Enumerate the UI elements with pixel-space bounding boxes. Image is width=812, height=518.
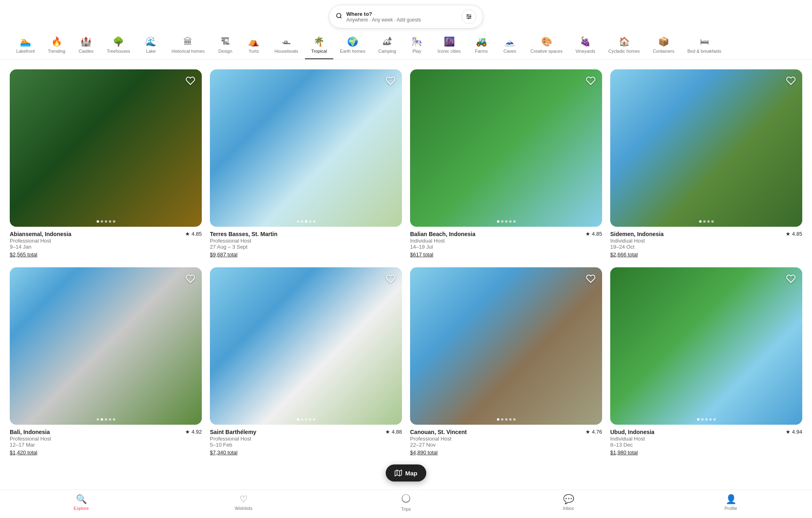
category-item-houseboats[interactable]: 🛥 Houseboats [268, 33, 305, 59]
bottom-nav-item-inbox[interactable]: 💬 Inbox [556, 494, 581, 496]
category-label-yurts: Yurts [248, 49, 259, 54]
dot-0 [697, 418, 700, 421]
category-item-trending[interactable]: 🔥 Trending [41, 33, 72, 59]
category-item-treehouses[interactable]: 🌳 Treehouses [100, 33, 137, 59]
category-item-earth[interactable]: 🌍 Earth homes [333, 33, 371, 59]
listing-card-5[interactable]: Bali, Indonesia ★ 4.92 Professional Host… [10, 267, 202, 456]
listing-dates: 27 Aug – 3 Sept [210, 244, 402, 250]
category-label-caves: Caves [503, 49, 516, 54]
listing-price: $2,565 total [10, 251, 202, 258]
category-item-bnb[interactable]: 🛏 Bed & breakfasts [681, 33, 728, 59]
dot-indicators [497, 220, 516, 223]
dot-2 [105, 418, 107, 421]
listing-card-2[interactable]: Terres Basses, St. Martin Professional H… [210, 69, 402, 258]
category-label-cycladic: Cycladic homes [608, 49, 640, 54]
dot-0 [97, 418, 99, 421]
listing-rating: ★ 4.85 [786, 231, 802, 237]
category-item-castles[interactable]: 🏰 Castles [72, 33, 100, 59]
listing-image-wrap [10, 267, 202, 425]
dot-indicators [699, 220, 714, 223]
svg-line-1 [340, 17, 341, 18]
listing-host: Professional Host [10, 436, 202, 442]
listing-info: Canouan, St. Vincent ★ 4.76 Professional… [410, 425, 602, 456]
category-item-play[interactable]: 🎠 Play [403, 33, 431, 59]
category-label-historical: Historical homes [172, 49, 205, 54]
category-nav: 🏊 Lakefront 🔥 Trending 🏰 Castles 🌳 Treeh… [0, 33, 812, 59]
dot-indicators [97, 220, 115, 223]
category-icon-containers: 📦 [658, 37, 669, 47]
category-item-farms[interactable]: 🚜 Farms [467, 33, 496, 59]
listing-price: $9,687 total [210, 251, 402, 258]
listing-host: Professional Host [210, 436, 402, 442]
listing-price: $2,666 total [610, 251, 802, 258]
category-item-camping[interactable]: 🏕 Camping [372, 33, 403, 59]
category-item-containers[interactable]: 📦 Containers [646, 33, 681, 59]
wishlist-button[interactable] [384, 74, 397, 87]
dot-2 [505, 220, 508, 223]
category-label-vineyards: Vineyards [575, 49, 595, 54]
category-item-yurts[interactable]: ⛺ Yurts [240, 33, 268, 59]
listing-info: Bali, Indonesia ★ 4.92 Professional Host… [10, 425, 202, 456]
listing-dates: 8–13 Dec [610, 442, 802, 448]
dot-1 [501, 220, 503, 223]
listing-image [210, 69, 402, 227]
listing-image [10, 267, 202, 425]
wishlist-button[interactable] [784, 74, 797, 87]
wishlist-button[interactable] [584, 74, 597, 87]
category-item-vineyards[interactable]: 🍇 Vineyards [569, 33, 602, 59]
bottom-nav-item-wishlists[interactable]: ♡ Wishlists [231, 494, 256, 496]
listing-card-7[interactable]: Canouan, St. Vincent ★ 4.76 Professional… [410, 267, 602, 456]
dot-3 [709, 418, 712, 421]
bottom-nav-icon-explore: 🔍 [76, 494, 87, 496]
listing-info: Terres Basses, St. Martin Professional H… [210, 227, 402, 258]
listing-card-8[interactable]: Ubud, Indonesia ★ 4.94 Individual Host 8… [610, 267, 802, 456]
svg-point-6 [470, 16, 471, 17]
bottom-nav-item-profile[interactable]: 👤 Profile [719, 494, 743, 496]
listing-rating: ★ 4.85 [185, 231, 202, 237]
listing-location: Abiansemal, Indonesia [10, 231, 71, 237]
dot-indicators [697, 418, 716, 421]
category-item-historical[interactable]: 🏛 Historical homes [165, 33, 211, 59]
listing-price: $1,420 total [10, 449, 202, 456]
wishlist-button[interactable] [184, 74, 197, 87]
category-item-tropical[interactable]: 🌴 Tropical [305, 33, 334, 59]
listing-card-6[interactable]: Saint Barthélemy ★ 4.88 Professional Hos… [210, 267, 402, 456]
bottom-nav-item-trips[interactable]: Trips [394, 494, 418, 496]
category-icon-lake: 🌊 [145, 37, 156, 47]
listing-dates: 12–17 Mar [10, 442, 202, 448]
dot-3 [309, 220, 311, 223]
listing-image [610, 69, 802, 227]
wishlist-button[interactable] [784, 272, 797, 285]
bottom-nav-item-explore[interactable]: 🔍 Explore [69, 494, 93, 496]
listing-image [410, 267, 602, 425]
category-item-iconic[interactable]: 🌆 Iconic cities [431, 33, 467, 59]
category-item-cycladic[interactable]: 🏠 Cycladic homes [602, 33, 646, 59]
wishlist-button[interactable] [384, 272, 397, 285]
category-item-caves[interactable]: 🗻 Caves [496, 33, 524, 59]
listing-info: Saint Barthélemy ★ 4.88 Professional Hos… [210, 425, 402, 456]
search-bar[interactable]: Where to? Anywhere · Any week · Add gues… [329, 5, 483, 28]
category-icon-castles: 🏰 [80, 37, 91, 47]
category-item-lakefront[interactable]: 🏊 Lakefront [10, 33, 41, 59]
dot-0 [297, 220, 299, 223]
listing-card-4[interactable]: Sidemen, Indonesia ★ 4.85 Individual Hos… [610, 69, 802, 258]
dot-0 [97, 220, 99, 223]
listing-host: Professional Host [210, 238, 402, 244]
wishlist-button[interactable] [184, 272, 197, 285]
map-button[interactable]: Map [386, 464, 426, 481]
category-item-design[interactable]: 🏗 Design [211, 33, 240, 59]
dot-3 [109, 418, 111, 421]
listing-price: $7,340 total [210, 449, 402, 456]
listing-image [410, 69, 602, 227]
listing-dates: 14–19 Jul [410, 244, 602, 250]
wishlist-button[interactable] [584, 272, 597, 285]
listing-card-1[interactable]: Abiansemal, Indonesia ★ 4.85 Professiona… [10, 69, 202, 258]
category-item-lake[interactable]: 🌊 Lake [137, 33, 165, 59]
category-item-creative[interactable]: 🎨 Creative spaces [524, 33, 569, 59]
listing-card-3[interactable]: Balian Beach, Indonesia ★ 4.85 Individua… [410, 69, 602, 258]
filter-button[interactable] [462, 9, 476, 24]
listing-title-row: Balian Beach, Indonesia ★ 4.85 [410, 231, 602, 237]
listing-price: $1,980 total [610, 449, 802, 456]
listing-title-row: Saint Barthélemy ★ 4.88 [210, 429, 402, 435]
listing-image-wrap [610, 267, 802, 425]
